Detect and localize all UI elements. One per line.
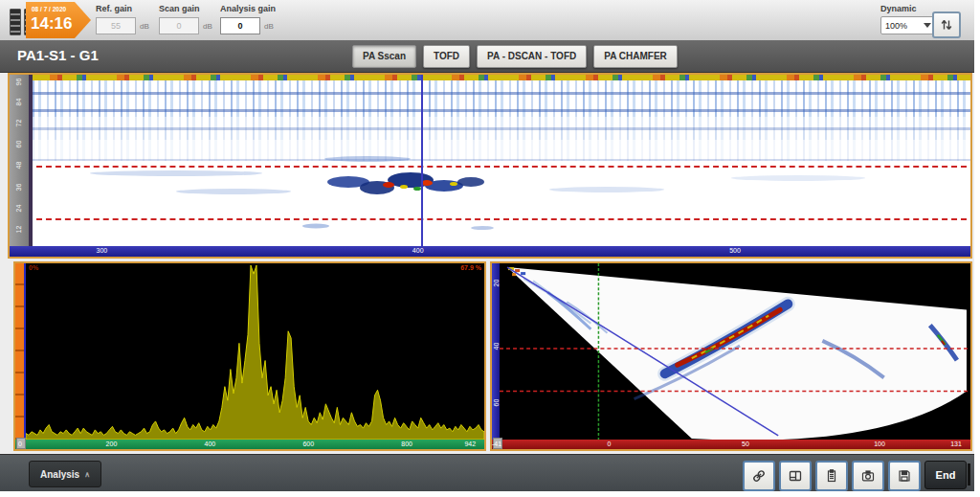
axis-tick-label: 0: [608, 441, 612, 447]
axis-tick-label: 60: [15, 135, 22, 152]
axis-tick-label: 50: [742, 441, 749, 447]
analysis-gain-unit: dB: [264, 22, 274, 31]
top-toolbar: 08 / 7 / 2020 14:16 Ref. gain dB Scan ga…: [0, 0, 974, 41]
link-button[interactable]: [743, 461, 775, 491]
axis-tick-label: -41: [492, 441, 501, 447]
tab-tofd[interactable]: TOFD: [423, 45, 470, 68]
chevron-up-icon: ∧: [84, 470, 90, 479]
analysis-menu-button[interactable]: Analysis ∧: [29, 461, 101, 487]
axis-tick-label: 400: [205, 441, 216, 447]
gate-line[interactable]: [36, 166, 967, 168]
layout-icon: [788, 468, 803, 484]
page-title: PA1-S1 - G1: [17, 47, 99, 63]
axis-tick-label: 100: [874, 441, 885, 447]
axis-tick-label: 400: [412, 247, 424, 254]
axis-tick-label: 500: [729, 247, 741, 254]
bscan-x-axis: 300400500: [10, 246, 970, 257]
ref-gain-input[interactable]: [96, 17, 136, 34]
tab-pa-chamfer[interactable]: PA CHAMFER: [593, 45, 678, 68]
application-window: 08 / 7 / 2020 14:16 Ref. gain dB Scan ga…: [0, 0, 974, 491]
link-icon: [751, 468, 767, 484]
ascan-plot[interactable]: 0% 67.9 %: [24, 263, 484, 440]
sscan-x-axis: -41050100131: [492, 440, 970, 449]
sort-arrows-icon: [939, 17, 954, 33]
time-label: 14:16: [31, 14, 72, 34]
ascan-amplitude-ruler: [15, 263, 24, 440]
datetime-badge: 08 / 7 / 2020 14:16: [26, 2, 91, 38]
save-icon: [897, 468, 912, 484]
dropdown-arrow-icon: [924, 23, 931, 28]
axis-tick-label: 36: [15, 178, 22, 195]
tab-pa-dscan-tofd[interactable]: PA - DSCAN - TOFD: [477, 45, 587, 68]
bscan-depth-ruler: 9684726048362412: [10, 75, 33, 246]
ref-gain-label: Ref. gain: [96, 4, 163, 13]
axis-tick-label: 131: [950, 441, 962, 447]
bscan-view[interactable]: 9684726048362412: [8, 73, 972, 259]
ref-gain-unit: dB: [140, 22, 149, 31]
axis-tick-label: 0: [18, 441, 22, 447]
bscan-plot[interactable]: [33, 75, 970, 246]
axis-tick-label: 84: [15, 94, 22, 111]
battery-icon: [10, 9, 21, 35]
analysis-button-label: Analysis: [40, 469, 79, 480]
ref-gain-group: Ref. gain dB: [96, 4, 163, 13]
axis-tick-label: 12: [15, 221, 22, 238]
end-button-label: End: [936, 469, 956, 481]
text-cursor: [968, 463, 970, 486]
sscan-sector-image: [500, 263, 970, 440]
layout-button[interactable]: [779, 461, 812, 491]
ascan-x-axis: 0200400600800942: [15, 440, 484, 449]
analysis-gain-label: Analysis gain: [220, 4, 287, 13]
scan-gain-group: Scan gain dB: [159, 4, 226, 13]
report-button[interactable]: [815, 461, 848, 491]
axis-tick-label: 60: [493, 394, 500, 411]
screenshot-button[interactable]: [852, 461, 884, 491]
axis-tick-label: 48: [15, 157, 22, 174]
bscan-cursor[interactable]: [421, 75, 423, 246]
ascan-amplitude-label: 67.9 %: [460, 264, 481, 271]
axis-tick-label: 300: [97, 247, 108, 254]
save-button[interactable]: [888, 461, 921, 491]
axis-tick-label: 20: [493, 274, 500, 291]
axis-tick-label: 800: [401, 441, 412, 447]
sscan-view[interactable]: 204060: [490, 261, 972, 451]
title-bar: PA1-S1 - G1 PA SscanTOFDPA - DSCAN - TOF…: [0, 40, 974, 73]
scan-gain-label: Scan gain: [159, 4, 226, 13]
date-label: 08 / 7 / 2020: [32, 6, 66, 12]
scan-gain-input[interactable]: [159, 17, 199, 34]
ascan-waveform: [26, 263, 484, 440]
dynamic-value: 100%: [885, 21, 907, 31]
report-icon: [824, 468, 839, 484]
camera-icon: [860, 468, 876, 484]
axis-tick-label: 96: [15, 73, 22, 90]
analysis-gain-group: Analysis gain dB: [220, 4, 287, 13]
ascan-view[interactable]: 0% 67.9 % 0200400600800942: [13, 261, 486, 451]
axis-tick-label: 200: [106, 441, 118, 447]
end-button[interactable]: End: [924, 461, 967, 489]
axis-tick-label: 40: [493, 337, 500, 354]
dynamic-dropdown[interactable]: 100%: [880, 16, 936, 34]
sscan-depth-axis: 204060: [492, 263, 500, 440]
dynamic-label: Dynamic: [880, 4, 917, 13]
axis-tick-label: 72: [15, 114, 22, 131]
view-tabs: PA SscanTOFDPA - DSCAN - TOFDPA CHAMFER: [352, 45, 678, 68]
tab-pa-sscan[interactable]: PA Sscan: [352, 45, 416, 68]
scan-gain-unit: dB: [203, 22, 212, 31]
axis-tick-label: 942: [464, 441, 476, 447]
axis-tick-label: 600: [302, 441, 314, 447]
bottom-toolbar: Analysis ∧: [0, 454, 974, 491]
ascan-gate-start-label: 0%: [29, 264, 38, 271]
axis-tick-label: 24: [15, 200, 22, 217]
sort-arrows-button[interactable]: [932, 11, 961, 38]
analysis-gain-input[interactable]: [220, 17, 260, 34]
sscan-plot[interactable]: [500, 263, 970, 440]
gate-line[interactable]: [36, 218, 967, 220]
